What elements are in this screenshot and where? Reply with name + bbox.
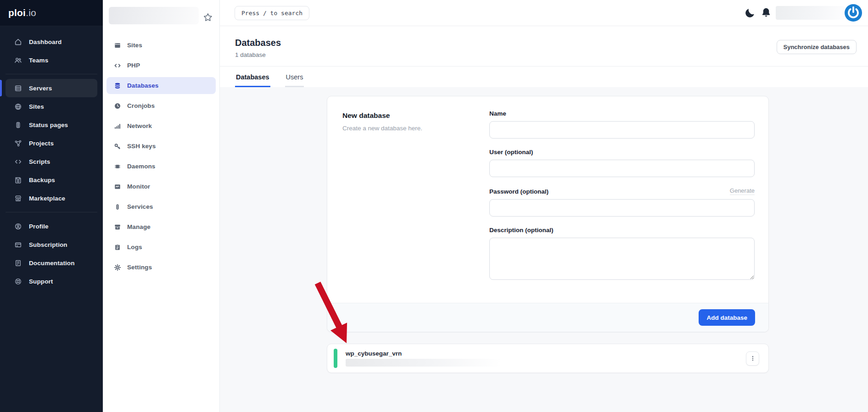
bell-icon[interactable] — [760, 7, 772, 19]
sidebar-item-scripts[interactable]: Scripts — [6, 152, 97, 171]
settings-icon — [114, 264, 121, 271]
sidebar-item-profile[interactable]: Profile — [6, 217, 97, 235]
sidebar-item-dashboard[interactable]: Dashboard — [6, 33, 97, 51]
name-field[interactable] — [489, 121, 755, 139]
synchronize-databases-button[interactable]: Synchronize databases — [777, 40, 857, 54]
redacted-user-name — [776, 6, 845, 20]
network-icon — [114, 122, 121, 130]
scripts-icon — [14, 158, 22, 166]
documentation-icon — [14, 259, 22, 267]
sidebar-item-marketplace[interactable]: Marketplace — [6, 189, 97, 207]
databases-icon — [114, 82, 121, 89]
moon-icon[interactable] — [744, 7, 756, 19]
primary-nav: DashboardTeamsServersSitesStatus pagesPr… — [0, 26, 103, 297]
server-nav-item-label: Sites — [127, 42, 142, 49]
sidebar-item-support[interactable]: Support — [6, 272, 97, 290]
server-nav-item-settings[interactable]: Settings — [106, 259, 216, 276]
server-nav-item-daemons[interactable]: Daemons — [106, 158, 216, 175]
tab-databases[interactable]: Databases — [235, 67, 270, 87]
form-footer: Add database — [327, 303, 768, 332]
server-nav-item-label: SSH keys — [127, 143, 156, 150]
home-icon — [14, 38, 22, 46]
globe-icon — [14, 103, 22, 111]
sidebar-item-status-pages[interactable]: Status pages — [6, 116, 97, 134]
sidebar-item-sites[interactable]: Sites — [6, 97, 97, 116]
brand-logo[interactable]: ploi.io — [0, 0, 103, 26]
sidebar-divider — [6, 212, 97, 212]
server-nav-item-ssh-keys[interactable]: SSH keys — [106, 138, 216, 155]
field-label-row: Name — [489, 110, 755, 117]
server-nav: SitesPHPDatabasesCronjobsNetworkSSH keys… — [103, 27, 219, 279]
server-nav-item-sites[interactable]: Sites — [106, 37, 216, 54]
primary-sidebar: ploi.io DashboardTeamsServersSitesStatus… — [0, 0, 103, 412]
sidebar-item-teams[interactable]: Teams — [6, 51, 97, 69]
server-nav-item-label: Settings — [127, 264, 152, 271]
database-row[interactable]: wp_cybusegar_vrn — [327, 344, 769, 373]
server-nav-item-logs[interactable]: Logs — [106, 239, 216, 256]
server-nav-item-databases[interactable]: Databases — [106, 77, 216, 94]
power-logo-icon[interactable] — [845, 4, 862, 22]
server-nav-item-label: PHP — [127, 62, 140, 69]
user-field-group: User (optional) — [489, 149, 755, 177]
page-header-actions: Synchronize databases — [777, 40, 857, 54]
content-area: New database Create a new database here.… — [220, 87, 868, 412]
sidebar-item-label: Scripts — [29, 158, 50, 165]
manage-icon — [114, 223, 121, 231]
sidebar-item-label: Support — [29, 278, 53, 285]
field-label-row: Description (optional) — [489, 227, 755, 234]
daemons-icon — [114, 163, 121, 170]
password-field-group: Password (optional)Generate — [489, 187, 755, 217]
name-field-group: Name — [489, 110, 755, 139]
server-nav-item-php[interactable]: PHP — [106, 57, 216, 74]
php-icon — [114, 62, 121, 69]
generate-password-link[interactable]: Generate — [730, 187, 755, 195]
field-label-row: Password (optional)Generate — [489, 187, 755, 195]
password-field[interactable] — [489, 199, 755, 217]
sidebar-item-label: Dashboard — [29, 39, 62, 45]
star-icon[interactable] — [203, 12, 213, 22]
database-options-button[interactable] — [746, 351, 759, 366]
tabs: DatabasesUsers — [220, 67, 868, 87]
server-nav-item-label: Logs — [127, 244, 142, 251]
sidebar-item-label: Sites — [29, 103, 44, 110]
server-nav-item-cronjobs[interactable]: Cronjobs — [106, 97, 216, 114]
form-title: New database — [342, 111, 471, 120]
marketplace-icon — [14, 195, 22, 202]
form-intro: New database Create a new database here. — [342, 110, 489, 292]
server-nav-item-label: Monitor — [127, 183, 150, 190]
sidebar-item-label: Teams — [29, 57, 48, 64]
search-input[interactable]: Press / to search — [235, 6, 309, 20]
page-subtitle: 1 database — [235, 51, 281, 58]
main-area: Press / to search Databases 1 database S… — [220, 0, 868, 412]
server-nav-item-monitor[interactable]: Monitor — [106, 178, 216, 195]
user-field[interactable] — [489, 160, 755, 177]
sidebar-item-servers[interactable]: Servers — [6, 79, 97, 97]
redacted-server-name — [109, 7, 199, 24]
status-pages-icon — [14, 121, 22, 129]
cards-container: New database Create a new database here.… — [327, 96, 769, 373]
logs-icon — [114, 244, 121, 251]
new-database-card-body: New database Create a new database here.… — [327, 96, 768, 303]
form-description: Create a new database here. — [342, 125, 471, 132]
field-label-row: User (optional) — [489, 149, 755, 156]
redacted-database-details — [346, 359, 501, 367]
support-icon — [14, 278, 22, 285]
server-nav-item-manage[interactable]: Manage — [106, 218, 216, 235]
server-sidebar: SitesPHPDatabasesCronjobsNetworkSSH keys… — [103, 0, 220, 412]
brand-logo-text: ploi.io — [8, 7, 36, 18]
server-nav-item-label: Services — [127, 203, 153, 210]
server-nav-item-network[interactable]: Network — [106, 117, 216, 134]
brand-light: .io — [26, 7, 36, 18]
sidebar-item-documentation[interactable]: Documentation — [6, 254, 97, 272]
page-title: Databases — [235, 38, 281, 48]
server-nav-item-services[interactable]: Services — [106, 198, 216, 215]
sidebar-item-subscription[interactable]: Subscription — [6, 235, 97, 254]
add-database-button[interactable]: Add database — [699, 309, 755, 326]
backups-icon — [14, 176, 22, 184]
server-nav-item-label: Databases — [127, 82, 158, 89]
services-icon — [114, 203, 121, 211]
tab-users[interactable]: Users — [285, 67, 304, 87]
sidebar-item-projects[interactable]: Projects — [6, 134, 97, 152]
sidebar-item-backups[interactable]: Backups — [6, 171, 97, 189]
description-field[interactable] — [489, 238, 755, 280]
